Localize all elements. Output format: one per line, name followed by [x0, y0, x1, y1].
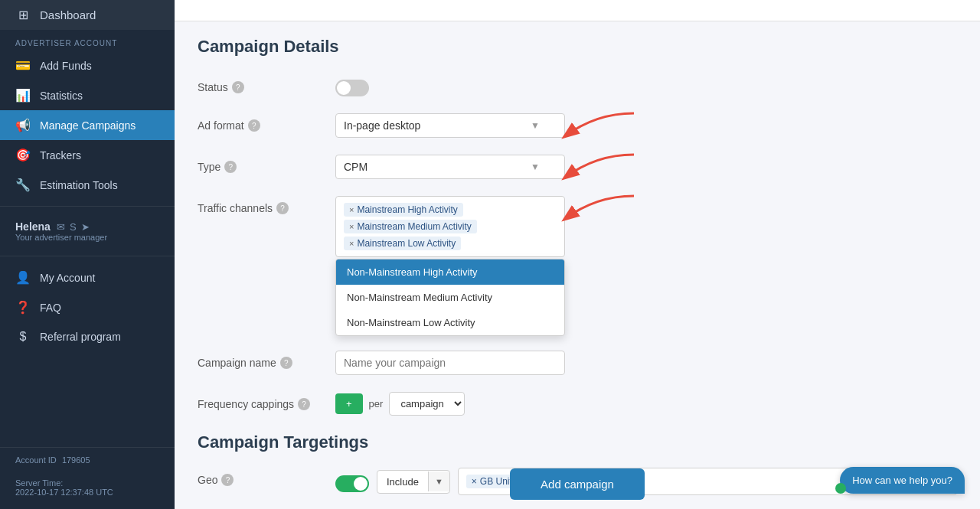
chat-bubble[interactable]: How can we help you? [840, 467, 965, 494]
status-label: Status ? [198, 75, 335, 93]
chart-icon: 📊 [15, 88, 31, 103]
sidebar-item-faq[interactable]: ❓ FAQ [0, 292, 175, 322]
traffic-channels-wrap: × Mainstream High Activity × Mainstream … [335, 196, 565, 257]
campaign-name-input[interactable] [335, 351, 565, 375]
ad-format-label: Ad format ? [198, 113, 335, 132]
advertiser-section-label: ADVERTISER ACCOUNT [0, 30, 175, 51]
frequency-cappings-label: Frequency cappings ? [198, 392, 335, 410]
add-campaign-button[interactable]: Add campaign [510, 468, 645, 500]
status-toggle-wrap [335, 75, 580, 96]
campaign-name-label: Campaign name ? [198, 351, 335, 369]
type-chevron-icon: ▼ [531, 162, 540, 172]
type-label: Type ? [198, 155, 335, 173]
traffic-channels-label: Traffic channels ? [198, 196, 335, 214]
dropdown-spacer [198, 274, 957, 351]
sidebar-bottom: Account ID 179605 Server Time: 2022-10-1… [0, 441, 175, 509]
main-content: Campaign Details Status ? Ad format ? In… [175, 0, 980, 509]
chat-widget: How can we help you? [840, 467, 965, 494]
dollar-icon: $ [15, 330, 31, 344]
campaign-name-help-icon[interactable]: ? [280, 357, 292, 369]
frequency-help-icon[interactable]: ? [298, 398, 310, 410]
tag-remove-high[interactable]: × [349, 205, 354, 214]
sidebar-item-manage-campaigns[interactable]: 📢 Manage Campaigns [0, 110, 175, 140]
dropdown-item-non-mainstream-low[interactable]: Non-Mainstream Low Activity [336, 310, 564, 335]
sidebar-item-add-funds[interactable]: 💳 Add Funds [0, 51, 175, 80]
status-toggle[interactable] [335, 80, 369, 96]
ad-format-chevron-icon: ▼ [531, 120, 540, 131]
tools-icon: 🔧 [15, 178, 31, 192]
top-bar [175, 0, 980, 21]
tag-mainstream-medium: × Mainstream Medium Activity [344, 220, 477, 233]
account-id-box: Account ID 179605 [0, 447, 175, 472]
campaign-name-input-wrap [335, 351, 580, 375]
user-icon: 👤 [15, 270, 31, 285]
sidebar: ⊞ Dashboard ADVERTISER ACCOUNT 💳 Add Fun… [0, 0, 175, 509]
ad-format-select-wrap: In-page desktop ▼ [335, 113, 580, 138]
frequency-per-label: per [369, 398, 384, 409]
sidebar-item-dashboard[interactable]: ⊞ Dashboard [0, 0, 175, 30]
traffic-channels-row: Traffic channels ? × Mainstream High Act… [198, 196, 957, 257]
campaign-details-title: Campaign Details [198, 37, 957, 57]
type-row: Type ? CPM ▼ [198, 155, 957, 179]
sidebar-item-trackers[interactable]: 🎯 Trackers [0, 140, 175, 170]
dropdown-item-non-mainstream-high[interactable]: Non-Mainstream High Activity [336, 259, 564, 285]
status-row: Status ? [198, 75, 957, 96]
tag-mainstream-low: × Mainstream Low Activity [344, 237, 461, 250]
ad-format-select[interactable]: In-page desktop ▼ [335, 113, 565, 138]
server-time: Server Time: 2022-10-17 12:37:48 UTC [0, 472, 175, 503]
dropdown-item-non-mainstream-medium[interactable]: Non-Mainstream Medium Activity [336, 285, 564, 310]
manager-icons: ✉ S ➤ [57, 221, 90, 233]
sidebar-item-my-account[interactable]: 👤 My Account [0, 263, 175, 292]
traffic-channels-help-icon[interactable]: ? [276, 202, 289, 214]
megaphone-icon: 📢 [15, 118, 31, 132]
sidebar-item-referral[interactable]: $ Referral program [0, 322, 175, 351]
chat-online-dot [835, 483, 846, 494]
page-content: Campaign Details Status ? Ad format ? In… [175, 21, 980, 509]
tracker-icon: 🎯 [15, 148, 31, 162]
ad-format-row: Ad format ? In-page desktop ▼ [198, 113, 957, 138]
wallet-icon: 💳 [15, 58, 31, 73]
email-icon[interactable]: ✉ [57, 221, 65, 233]
type-select-wrap: CPM ▼ [335, 155, 580, 179]
traffic-channels-box[interactable]: × Mainstream High Activity × Mainstream … [335, 196, 565, 257]
frequency-cappings-row: Frequency cappings ? + per campaign day … [198, 392, 957, 416]
sidebar-item-statistics[interactable]: 📊 Statistics [0, 80, 175, 110]
type-help-icon[interactable]: ? [224, 161, 237, 173]
type-select[interactable]: CPM ▼ [335, 155, 565, 179]
grid-icon: ⊞ [15, 8, 31, 22]
manager-section: Helena ✉ S ➤ Your advertiser manager [0, 213, 175, 250]
status-help-icon[interactable]: ? [232, 81, 244, 93]
sidebar-divider-1 [0, 206, 175, 207]
frequency-period-select[interactable]: campaign day week [389, 392, 465, 416]
faq-icon: ❓ [15, 300, 31, 315]
skype-icon[interactable]: S [70, 221, 77, 233]
frequency-cappings-controls: + per campaign day week [335, 392, 465, 416]
ad-format-help-icon[interactable]: ? [248, 119, 260, 132]
traffic-channels-dropdown: Non-Mainstream High Activity Non-Mainstr… [335, 259, 565, 336]
tag-remove-low[interactable]: × [349, 239, 354, 248]
toggle-knob [337, 81, 351, 95]
telegram-icon[interactable]: ➤ [81, 221, 90, 233]
tag-mainstream-high: × Mainstream High Activity [344, 203, 463, 217]
frequency-add-button[interactable]: + [335, 393, 363, 414]
campaign-name-row: Campaign name ? [198, 351, 957, 375]
tag-remove-medium[interactable]: × [349, 222, 354, 231]
sidebar-item-estimation-tools[interactable]: 🔧 Estimation Tools [0, 170, 175, 200]
campaign-targetings-title: Campaign Targetings [198, 432, 957, 452]
sidebar-divider-2 [0, 256, 175, 256]
